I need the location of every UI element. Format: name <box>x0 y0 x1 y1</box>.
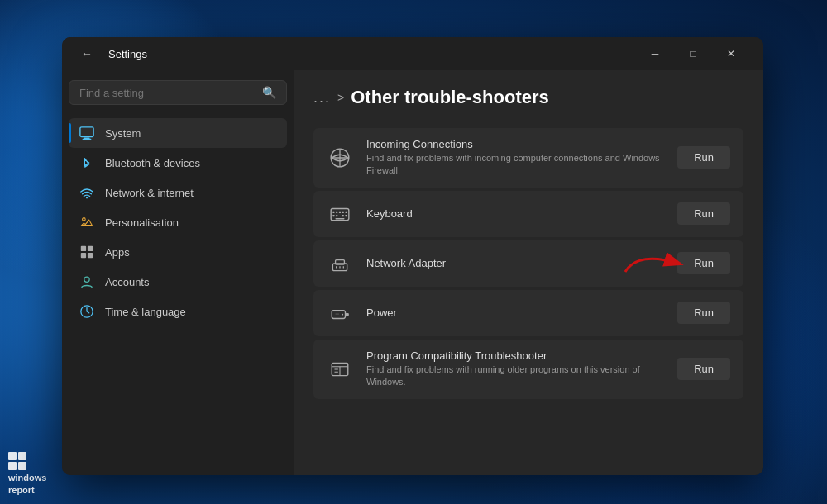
breadcrumb-dots: ... <box>313 89 331 107</box>
svg-point-9 <box>84 277 89 282</box>
power-run-button[interactable]: Run <box>677 302 730 324</box>
svg-rect-24 <box>346 215 347 216</box>
svg-rect-23 <box>342 215 344 216</box>
svg-rect-21 <box>336 215 337 216</box>
incoming-connections-icon <box>327 145 353 171</box>
sidebar-item-network[interactable]: Network & internet <box>69 178 287 207</box>
svg-rect-15 <box>332 212 334 213</box>
troubleshooter-program-compatibility: Program Compatibility Troubleshooter Fin… <box>313 340 743 399</box>
sidebar-label-personalisation: Personalisation <box>105 216 179 229</box>
power-text: Power <box>366 307 664 319</box>
system-icon <box>79 125 95 141</box>
troubleshooter-list: Incoming Connections Find and fix proble… <box>313 128 743 399</box>
network-icon <box>79 184 95 201</box>
svg-point-34 <box>342 314 343 316</box>
svg-rect-0 <box>80 127 93 137</box>
incoming-connections-run-button[interactable]: Run <box>677 146 730 169</box>
window-title: Settings <box>108 48 147 60</box>
sidebar-item-personalisation[interactable]: Personalisation <box>69 207 287 237</box>
sidebar-label-network: Network & internet <box>105 187 194 199</box>
svg-rect-18 <box>342 212 344 213</box>
svg-point-4 <box>83 218 86 221</box>
title-bar: ← Settings ─ □ ✕ <box>62 37 763 70</box>
maximize-button[interactable]: □ <box>674 40 712 67</box>
troubleshooter-power: Power Run <box>313 290 743 336</box>
sidebar: 🔍 System <box>62 70 294 475</box>
sidebar-item-accounts[interactable]: Accounts <box>69 267 287 297</box>
red-arrow <box>621 247 687 280</box>
window-controls: ─ □ ✕ <box>636 40 750 67</box>
keyboard-run-button[interactable]: Run <box>677 202 730 225</box>
incoming-connections-title: Incoming Connections <box>366 138 664 150</box>
sidebar-item-time[interactable]: Time & language <box>69 297 287 326</box>
keyboard-title: Keyboard <box>366 207 664 220</box>
compatibility-icon <box>327 356 353 383</box>
svg-rect-32 <box>346 313 349 316</box>
settings-window: ← Settings ─ □ ✕ 🔍 <box>62 37 763 475</box>
troubleshooter-network-adapter: Network Adapter Run <box>313 240 743 287</box>
bluetooth-icon <box>79 155 95 171</box>
personalisation-icon <box>79 214 95 231</box>
minimize-button[interactable]: ─ <box>636 40 674 67</box>
back-button[interactable]: ← <box>75 42 98 65</box>
svg-rect-2 <box>83 139 92 140</box>
sidebar-label-time: Time & language <box>105 306 186 318</box>
right-panel: ... > Other trouble-shooters <box>294 70 763 475</box>
time-icon <box>79 303 95 320</box>
page-header: ... > Other trouble-shooters <box>313 87 743 108</box>
svg-rect-22 <box>336 218 345 220</box>
accounts-icon <box>79 273 95 290</box>
search-box[interactable]: 🔍 <box>69 80 287 105</box>
breadcrumb-chevron: > <box>337 91 344 104</box>
network-adapter-icon <box>327 250 353 277</box>
svg-rect-5 <box>81 246 86 251</box>
sidebar-item-apps[interactable]: Apps <box>69 237 287 267</box>
keyboard-icon <box>327 201 353 227</box>
search-icon: 🔍 <box>262 86 276 99</box>
sidebar-label-bluetooth: Bluetooth & devices <box>105 157 200 169</box>
program-compatibility-title: Program Compatibility Troubleshooter <box>366 349 664 362</box>
svg-rect-8 <box>88 253 93 258</box>
sidebar-label-system: System <box>105 127 141 140</box>
sidebar-item-system[interactable]: System <box>69 118 287 148</box>
svg-rect-6 <box>88 246 93 251</box>
troubleshooter-keyboard: Keyboard Run <box>313 191 743 237</box>
title-bar-left: ← Settings <box>75 42 147 65</box>
sidebar-label-accounts: Accounts <box>105 276 149 288</box>
search-input[interactable] <box>79 87 256 99</box>
svg-rect-20 <box>332 215 334 216</box>
troubleshooter-incoming-connections: Incoming Connections Find and fix proble… <box>313 128 743 188</box>
power-title: Power <box>366 307 664 319</box>
sidebar-item-bluetooth[interactable]: Bluetooth & devices <box>69 148 287 178</box>
incoming-connections-desc: Find and fix problems with incoming comp… <box>366 152 664 178</box>
program-compatibility-run-button[interactable]: Run <box>677 358 730 380</box>
keyboard-text: Keyboard <box>366 207 664 220</box>
svg-point-3 <box>86 197 88 198</box>
network-adapter-title: Network Adapter <box>366 257 664 269</box>
network-adapter-text: Network Adapter <box>366 257 664 269</box>
svg-rect-16 <box>336 212 337 213</box>
svg-rect-17 <box>339 212 341 213</box>
close-button[interactable]: ✕ <box>712 40 750 67</box>
svg-rect-19 <box>346 212 347 213</box>
power-icon <box>327 300 353 326</box>
main-content: 🔍 System <box>62 70 763 475</box>
windows-logo: windows report <box>8 452 46 496</box>
program-compatibility-text: Program Compatibility Troubleshooter Fin… <box>366 349 664 389</box>
program-compatibility-desc: Find and fix problems with running older… <box>366 364 664 389</box>
apps-icon <box>79 244 95 260</box>
svg-rect-7 <box>81 253 86 258</box>
incoming-connections-text: Incoming Connections Find and fix proble… <box>366 138 664 178</box>
page-title: Other trouble-shooters <box>351 87 549 108</box>
sidebar-label-apps: Apps <box>105 246 130 259</box>
